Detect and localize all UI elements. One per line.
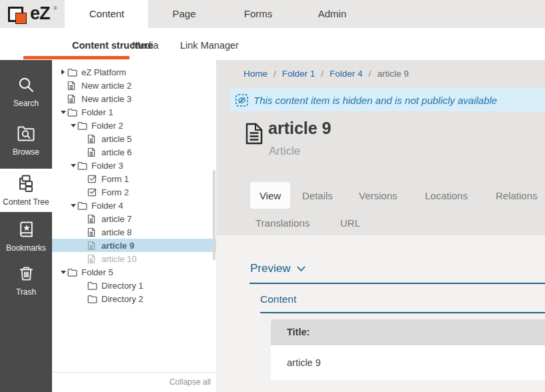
preview-section-label: Preview: [250, 262, 290, 275]
tree-item-form-1[interactable]: Form 1: [52, 172, 216, 185]
tab-versions[interactable]: Versions: [359, 190, 398, 201]
article-type-icon: [245, 123, 263, 147]
tab-locations[interactable]: Locations: [425, 190, 468, 201]
tree-footer-divider: [52, 372, 216, 373]
tree-item-label: Folder 4: [91, 201, 123, 211]
logo-square-orange: [15, 13, 27, 24]
tree-item-article-10[interactable]: article 10: [52, 252, 216, 265]
tree-item-label: article 9: [101, 241, 134, 251]
tree-item-label: New article 3: [81, 94, 131, 104]
tree-item-label: Directory 2: [101, 294, 143, 304]
folder-icon: [77, 201, 87, 210]
tree-item-folder-5[interactable]: Folder 5: [52, 265, 216, 279]
tree-item-article-8[interactable]: article 8: [52, 225, 216, 239]
tree-item-form-2[interactable]: Form 2: [52, 185, 216, 199]
caret-right-icon[interactable]: [59, 69, 67, 75]
tab-relations[interactable]: Relations: [496, 190, 538, 201]
sidebar-item-label: Browse: [13, 147, 39, 157]
breadcrumb-link-folder-4[interactable]: Folder 4: [330, 69, 363, 79]
article-icon: [87, 241, 97, 251]
article-icon: [67, 81, 77, 91]
tree-item-label: Folder 5: [81, 267, 113, 277]
bookmarks-icon: [0, 221, 52, 240]
ez-logo[interactable]: eZ ®: [8, 4, 61, 25]
sidebar-item-search[interactable]: Search: [0, 76, 52, 108]
caret-down-icon[interactable]: [69, 164, 77, 167]
preview-section-divider: [249, 283, 545, 284]
tree-item-label: article 8: [101, 227, 132, 237]
tree-item-label: article 5: [101, 134, 132, 144]
tree-item-label: Directory 1: [101, 281, 143, 291]
hidden-content-notice: This content item is hidden and is not p…: [229, 89, 545, 111]
tree-item-new-article-2[interactable]: New article 2: [52, 79, 216, 92]
article-icon: [67, 94, 77, 104]
main-content: Home / Folder 1 / Folder 4 / article 9 T…: [216, 60, 545, 392]
tree-item-folder-2[interactable]: Folder 2: [52, 119, 216, 132]
tree-item-label: Folder 2: [91, 121, 123, 131]
folder-icon: [87, 295, 97, 303]
page-title: article 9: [268, 119, 332, 138]
tree-item-ez-platform[interactable]: eZ Platform: [52, 65, 216, 79]
article-icon: [87, 254, 97, 264]
tree-item-label: article 7: [101, 214, 132, 224]
tree-item-article-9[interactable]: article 9: [52, 239, 216, 252]
tab-view[interactable]: View: [250, 182, 290, 209]
subnav-tab-link-manager[interactable]: Link Manager: [180, 40, 239, 51]
caret-down-icon[interactable]: [59, 271, 67, 274]
tree-item-label: New article 2: [81, 81, 131, 91]
tree-item-label: Folder 3: [91, 161, 123, 171]
tree-item-label: eZ Platform: [81, 67, 126, 77]
tree-scrollbar[interactable]: [213, 170, 215, 260]
tree-item-new-article-3[interactable]: New article 3: [52, 92, 216, 105]
field-label-title: Title:: [271, 319, 545, 345]
breadcrumb: Home / Folder 1 / Folder 4 / article 9: [243, 69, 409, 79]
breadcrumb-separator: /: [274, 69, 276, 79]
folder-icon: [77, 161, 87, 170]
collapse-all-button[interactable]: Collapse all: [169, 377, 211, 387]
sidebar-item-label: Search: [13, 99, 39, 108]
folder-icon: [67, 108, 77, 117]
tree-item-folder-1[interactable]: Folder 1: [52, 105, 216, 119]
sidebar-item-label: Content Tree: [3, 197, 49, 207]
sidebar-item-browse[interactable]: Browse: [0, 125, 52, 157]
caret-down-icon[interactable]: [69, 124, 77, 127]
top-tab-content[interactable]: Content: [70, 8, 143, 19]
breadcrumb-link-folder-1[interactable]: Folder 1: [282, 69, 316, 79]
form-icon: [87, 174, 97, 183]
tree-item-article-7[interactable]: article 7: [52, 212, 216, 225]
top-tab-admin[interactable]: Admin: [296, 8, 369, 19]
subnav-tab-media[interactable]: Media: [132, 40, 159, 51]
sidebar-item-bookmarks[interactable]: Bookmarks: [0, 221, 52, 253]
folder-icon: [87, 281, 97, 290]
field-value-title: article 9: [271, 345, 545, 380]
top-tab-page[interactable]: Page: [147, 8, 221, 19]
preview-section-toggle[interactable]: Preview: [250, 262, 306, 275]
content-tree-panel: eZ Platform New article 2 New article 3 …: [52, 60, 216, 392]
hidden-content-notice-text: This content item is hidden and is not p…: [253, 95, 497, 106]
tree-item-folder-4[interactable]: Folder 4: [52, 199, 216, 212]
folder-icon: [77, 121, 87, 130]
tree-item-directory-1[interactable]: Directory 1: [52, 279, 216, 292]
tab-url[interactable]: URL: [340, 217, 360, 229]
chevron-down-icon: [297, 266, 306, 272]
tab-details[interactable]: Details: [302, 190, 333, 201]
breadcrumb-link-home[interactable]: Home: [243, 69, 267, 79]
tree-item-directory-2[interactable]: Directory 2: [52, 292, 216, 305]
article-icon: [87, 214, 97, 224]
tree-item-label: Form 2: [101, 187, 129, 197]
top-tab-forms[interactable]: Forms: [221, 8, 295, 19]
tab-translations[interactable]: Translations: [255, 217, 310, 229]
tree-item-article-6[interactable]: article 6: [52, 145, 216, 159]
tree-item-label: article 6: [101, 147, 132, 157]
sidebar-item-trash[interactable]: Trash: [0, 265, 52, 297]
article-icon: [87, 147, 97, 157]
app-window: eZ ® Content Page Forms Admin Content st…: [0, 0, 545, 392]
caret-down-icon[interactable]: [59, 111, 67, 114]
sidebar-item-label: Bookmarks: [6, 243, 46, 253]
caret-down-icon[interactable]: [69, 204, 77, 207]
content-tree-list: eZ Platform New article 2 New article 3 …: [52, 65, 216, 305]
article-icon: [87, 134, 97, 144]
tree-item-article-5[interactable]: article 5: [52, 132, 216, 145]
tree-item-folder-3[interactable]: Folder 3: [52, 159, 216, 172]
sidebar-item-content-tree[interactable]: Content Tree: [0, 169, 52, 212]
